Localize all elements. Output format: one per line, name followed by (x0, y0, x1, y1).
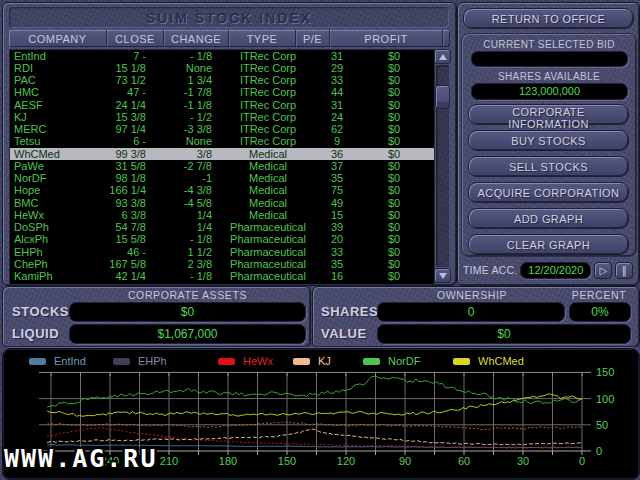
play-button[interactable]: ▷ (594, 262, 612, 279)
cell-change: -1 (152, 173, 218, 184)
cell-pe: 16 (318, 271, 356, 282)
cell-profit: $0 (356, 75, 432, 86)
cell-close: 42 1/4 (104, 271, 152, 282)
cell-type: Medical (218, 173, 318, 184)
legend-label: HeWx (243, 355, 273, 367)
table-row[interactable]: KJ15 3/8- 1/2ITRec Corp24$0 (10, 111, 434, 123)
table-row[interactable]: KamiPh42 1/4- 1/8Pharmaceutical16$0 (10, 271, 434, 283)
scrollbar-thumb[interactable] (435, 85, 450, 109)
legend-swatch-icon (218, 358, 235, 365)
cell-profit: $0 (356, 51, 432, 62)
cell-profit: $0 (356, 87, 432, 98)
table-row[interactable]: DoSPh54 7/81/4Pharmaceutical39$0 (10, 222, 434, 234)
header-cap (443, 30, 450, 47)
cell-change: - 1/8 (152, 271, 218, 282)
cell-type: ITRec Corp (218, 75, 318, 86)
cell-profit: $0 (356, 100, 432, 111)
ownership-panel: OWNERSHIP PERCENT SHARES 0 0% VALUE $0 (312, 286, 640, 348)
cell-change: 1/4 (152, 210, 218, 221)
shares-available-field: 123,000,000 (471, 83, 628, 100)
table-row[interactable]: AESF24 1/4-1 1/8ITRec Corp31$0 (10, 99, 434, 111)
cell-type: Pharmaceutical (218, 222, 318, 233)
table-row[interactable]: ChePh167 5/82 3/8Pharmaceutical35$0 (10, 258, 434, 270)
corporate-assets-title: CORPORATE ASSETS (69, 289, 306, 301)
stocks-value-field: $0 (69, 302, 306, 322)
down-arrow-icon (439, 273, 447, 279)
cell-type: ITRec Corp (218, 87, 318, 98)
cell-pe: 49 (318, 198, 356, 209)
cell-pe: 62 (318, 124, 356, 135)
pause-button[interactable]: ‖ (615, 262, 633, 279)
cell-type: Medical (218, 185, 318, 196)
cell-company: BMC (10, 198, 104, 209)
table-row[interactable]: Tetsu6 -NoneITRec Corp9$0 (10, 136, 434, 148)
table-scrollbar[interactable] (434, 49, 451, 283)
cell-type: Pharmaceutical (218, 247, 318, 258)
svg-text:0: 0 (596, 445, 602, 457)
acquire-corporation-button[interactable]: ACQUIRE CORPORATION (468, 182, 629, 203)
table-row[interactable]: NorDF98 1/8-1Medical35$0 (10, 173, 434, 185)
table-row[interactable]: MERC97 1/4-3 3/8ITRec Corp62$0 (10, 124, 434, 136)
return-to-office-button[interactable]: RETURN TO OFFICE (463, 8, 634, 29)
shares-label: SHARES (321, 304, 378, 319)
cell-pe: 44 (318, 87, 356, 98)
cell-close: 15 5/8 (104, 234, 152, 245)
legend-item-HeWx: HeWx (218, 355, 273, 367)
cell-company: RDI (10, 63, 104, 74)
cell-change: - 1/2 (152, 112, 218, 123)
table-row[interactable]: AlcxPh15 5/8- 1/8Pharmaceutical20$0 (10, 234, 434, 246)
svg-text:210: 210 (160, 455, 178, 467)
column-header-pe: P/E (296, 30, 330, 47)
stock-graph-panel: 2402101801501209060300050100150 EntIndEH… (2, 348, 640, 480)
time-acc-label: TIME ACC. (463, 264, 517, 276)
time-acc-row: TIME ACC. 12/20/2020 ▷ ‖ (463, 260, 635, 280)
cell-change: -1 7/8 (152, 87, 218, 98)
date-field[interactable]: 12/20/2020 (520, 262, 591, 279)
table-row[interactable]: EHPh46 -1 1/2Pharmaceutical33$0 (10, 246, 434, 258)
cell-change: 1 3/4 (152, 75, 218, 86)
up-arrow-icon (439, 54, 447, 60)
table-row[interactable]: RDI15 1/8NoneITRec Corp29$0 (10, 62, 434, 74)
cell-company: AlcxPh (10, 234, 104, 245)
table-row[interactable]: EntInd7 -- 1/8ITRec Corp31$0 (10, 50, 434, 62)
scrollbar-track[interactable] (436, 65, 449, 267)
scroll-up-button[interactable] (434, 49, 451, 64)
sell-stocks-button[interactable]: SELL STOCKS (468, 156, 629, 177)
add-graph-button[interactable]: ADD GRAPH (468, 208, 629, 229)
cell-type: ITRec Corp (218, 100, 318, 111)
cell-type: Medical (218, 161, 318, 172)
cell-pe: 75 (318, 185, 356, 196)
scroll-down-button[interactable] (434, 268, 451, 283)
cell-change: 1 1/2 (152, 247, 218, 258)
table-row[interactable]: BMC93 3/8-4 5/8Medical49$0 (10, 197, 434, 209)
legend-label: NorDF (388, 355, 420, 367)
cell-profit: $0 (356, 210, 432, 221)
cell-change: - 1/8 (152, 234, 218, 245)
cell-pe: 15 (318, 210, 356, 221)
corporate-assets-panel: CORPORATE ASSETS STOCKS $0 LIQUID $1,067… (2, 286, 311, 348)
cell-profit: $0 (356, 124, 432, 135)
table-row[interactable]: PaWe31 5/8-2 7/8Medical37$0 (10, 160, 434, 172)
svg-text:100: 100 (596, 393, 614, 405)
stock-index-panel: SUIM STOCK INDEX COMPANY CLOSE CHANGE TY… (2, 2, 457, 286)
cell-type: Pharmaceutical (218, 259, 318, 270)
table-row[interactable]: HeWx6 3/81/4Medical15$0 (10, 209, 434, 221)
cell-close: 15 1/8 (104, 63, 152, 74)
cell-type: Pharmaceutical (218, 234, 318, 245)
table-row[interactable]: PAC73 1/21 3/4ITRec Corp33$0 (10, 75, 434, 87)
clear-graph-button[interactable]: CLEAR GRAPH (468, 234, 629, 255)
table-row[interactable]: Hope166 1/4-4 3/8Medical75$0 (10, 185, 434, 197)
cell-company: Hope (10, 185, 104, 196)
column-header-company: COMPANY (9, 30, 107, 47)
svg-text:120: 120 (337, 455, 355, 467)
cell-profit: $0 (356, 63, 432, 74)
buy-stocks-button[interactable]: BUY STOCKS (468, 130, 629, 151)
corporate-information-button[interactable]: CORPORATE INFORMATION (468, 104, 629, 125)
trading-controls-panel: RETURN TO OFFICE CURRENT SELECTED BID SH… (457, 2, 640, 286)
cell-change: None (152, 63, 218, 74)
table-header: COMPANY CLOSE CHANGE TYPE P/E PROFIT (9, 30, 450, 47)
svg-text:150: 150 (278, 455, 296, 467)
table-row[interactable]: HMC47 --1 7/8ITRec Corp44$0 (10, 87, 434, 99)
table-row[interactable]: WhCMed99 3/83/8Medical36$0 (10, 148, 434, 160)
page-title: SUIM STOCK INDEX (146, 10, 312, 26)
